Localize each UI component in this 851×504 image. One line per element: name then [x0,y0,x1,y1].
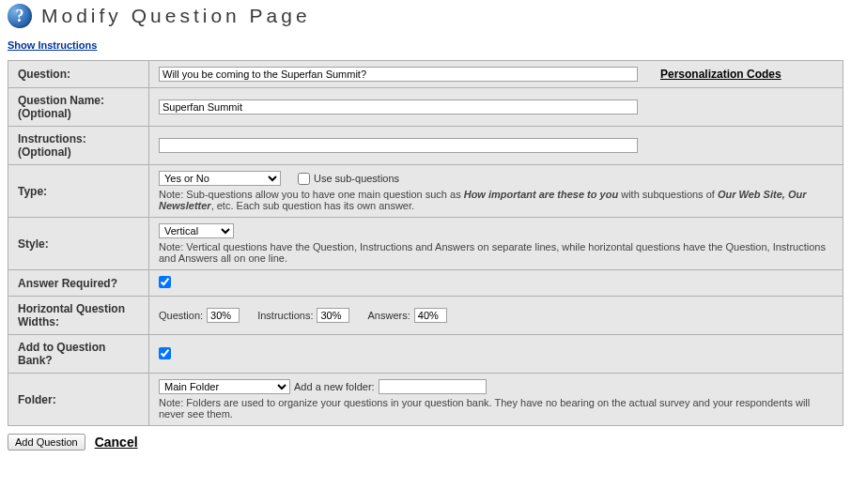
row-folder: Folder: Main Folder Add a new folder: No… [8,374,843,426]
label-question: Question: [8,61,149,88]
form-table: Question: Personalization Codes Question… [8,60,843,426]
personalization-codes-link[interactable]: Personalization Codes [660,68,781,81]
label-folder: Folder: [8,374,149,426]
row-instructions: Instructions: (Optional) [8,127,843,165]
question-name-input[interactable] [159,99,638,115]
label-style: Style: [8,218,149,270]
page-header: ? Modify Question Page [0,0,851,32]
add-new-folder-label: Add a new folder: [294,381,375,392]
label-question-name: Question Name: (Optional) [8,88,149,127]
hw-question-input[interactable] [207,308,240,323]
instructions-input[interactable] [159,138,638,153]
row-answer-required: Answer Required? [8,270,843,297]
answer-required-checkbox[interactable] [159,276,171,288]
label-horizontal-widths: Horizontal Question Widths: [8,297,149,335]
label-answer-required: Answer Required? [8,270,149,297]
hw-instructions-label: Instructions: [257,310,313,321]
row-question-name: Question Name: (Optional) [8,88,843,127]
page-title: Modify Question Page [41,5,311,27]
show-instructions-link[interactable]: Show Instructions [8,39,97,51]
folder-note: Note: Folders are used to organize your … [159,397,833,420]
help-icon[interactable]: ? [8,4,32,28]
hw-instructions-input[interactable] [317,308,349,323]
style-select[interactable]: Vertical [159,223,234,238]
row-horizontal-widths: Horizontal Question Widths: Question: In… [8,297,843,335]
hw-answers-input[interactable] [414,308,447,323]
question-input[interactable] [159,67,638,82]
add-question-button[interactable]: Add Question [8,434,85,451]
add-new-folder-input[interactable] [379,379,487,394]
type-note: Note: Sub-questions allow you to have on… [159,189,833,211]
hw-answers-label: Answers: [368,310,410,321]
hw-question-label: Question: [159,310,203,321]
row-add-to-bank: Add to Question Bank? [8,335,843,374]
row-type: Type: Yes or No Use sub-questions Note: … [8,165,843,218]
folder-select[interactable]: Main Folder [159,379,290,394]
style-note: Note: Vertical questions have the Questi… [159,241,833,264]
use-sub-questions-checkbox[interactable] [298,173,310,185]
label-type: Type: [8,165,149,218]
label-instructions: Instructions: (Optional) [8,127,149,165]
type-select[interactable]: Yes or No [159,171,281,186]
use-sub-questions-label: Use sub-questions [314,173,399,184]
row-style: Style: Vertical Note: Vertical questions… [8,218,843,270]
label-add-to-bank: Add to Question Bank? [8,335,149,374]
actions-row: Add Question Cancel [8,434,843,451]
cancel-link[interactable]: Cancel [95,435,138,450]
row-question: Question: Personalization Codes [8,61,843,88]
add-to-bank-checkbox[interactable] [159,347,171,359]
